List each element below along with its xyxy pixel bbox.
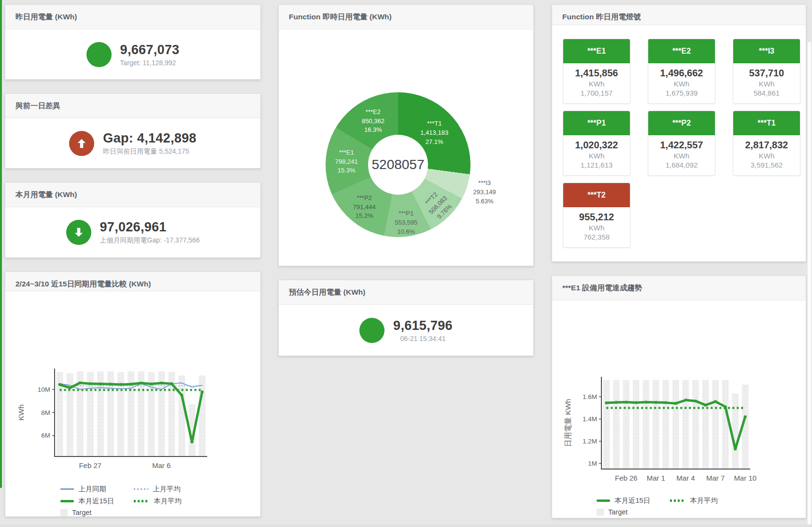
panel-month-usage: 本月用電量 (KWh) 97,026,961 上個月同期用電Gap: -17,3… [5, 182, 261, 258]
legend-row: Target [60, 509, 260, 516]
panel-body: 9,667,073 Target: 11,128,992 [5, 29, 260, 79]
series-point [99, 383, 102, 385]
series-point [704, 404, 707, 407]
series-point [635, 401, 638, 404]
series-point [744, 415, 747, 418]
series-point [109, 383, 112, 385]
series-point [605, 401, 608, 404]
legend-row: 本月近15日本月平均 [60, 497, 260, 506]
device-card-unit: KWh [565, 80, 628, 88]
panel-today-forecast: 預估今日用電量 (KWh) 9,615,796 06-21 15:34:41 [278, 280, 534, 356]
thickdots-swatch-icon [134, 500, 149, 502]
stat-text: 97,026,961 上個月同期用電Gap: -17,377,566 [100, 220, 200, 245]
device-card-body: 1,496,662KWh1,675,939 [648, 63, 715, 103]
panel-body: ***E11,415,856KWh1,700,157***E21,496,662… [552, 25, 806, 261]
panel-body: 9,615,796 06-21 15:34:41 [279, 305, 533, 356]
box-swatch-icon [597, 509, 604, 516]
thickline-swatch-icon [597, 499, 610, 502]
panel-e1-trend-chart: ***E1 設備用電達成趨勢 1M1.2M1.4M1.6MFeb 26Mar 1… [552, 275, 806, 518]
donut-chart[interactable]: 5208057 ***T11,413,18327.1%***I3293,1495… [326, 92, 470, 237]
legend-item-Target[interactable]: Target [60, 509, 134, 516]
target-bar [653, 380, 659, 469]
device-card-unit: KWh [735, 80, 798, 88]
donut-center: 5208057 [368, 135, 428, 195]
device-card-value: 2,817,832 [735, 140, 798, 151]
device-card-target: 1,700,157 [565, 89, 628, 97]
y-tick-label: 10M [38, 386, 50, 393]
stat-text: 9,615,796 06-21 15:34:41 [393, 318, 453, 342]
legend-label: 本月平均 [154, 497, 182, 506]
legend-item-上月同期[interactable]: 上月同期 [60, 484, 134, 494]
legend-item-本月平均[interactable]: 本月平均 [670, 496, 743, 505]
y-tick-label: 1.4M [583, 415, 597, 423]
device-card-body: 1,020,322KWh1,121,613 [563, 135, 630, 175]
series-point [644, 400, 647, 403]
device-card-E1: ***E11,415,856KWh1,700,157 [563, 39, 630, 104]
panel-title: 與前一日差異 [5, 94, 260, 118]
panel-title: 昨日用電量 (KWh) [5, 5, 260, 29]
x-tick-label: Mar 6 [152, 461, 171, 470]
target-bar [663, 380, 670, 469]
legend-item-Target[interactable]: Target [597, 508, 670, 516]
target-bar [633, 380, 640, 469]
device-card-target: 1,121,613 [565, 161, 628, 169]
series-point [69, 386, 71, 389]
legend-item-本月近15日[interactable]: 本月近15日 [597, 496, 670, 505]
legend-item-上月平均[interactable]: 上月平均 [134, 484, 207, 494]
donut-center-value: 5208057 [371, 157, 424, 172]
month-usage-value: 97,026,961 [100, 220, 200, 235]
donut-slice-label: ***P2791,44415.2% [353, 193, 376, 221]
device-card-unit: KWh [565, 152, 628, 160]
day-gap-value: Gap: 4,142,898 [103, 131, 196, 146]
panel-title: Function 即時日用電量 (KWh) [279, 5, 533, 29]
dots-swatch-icon [134, 488, 148, 490]
device-card-value: 1,422,557 [650, 140, 713, 151]
device-card-P1: ***P11,020,322KWh1,121,613 [563, 111, 630, 176]
series-point [79, 381, 82, 384]
target-bar [613, 380, 620, 469]
compare-chart-legend: 上月同期上月平均本月近15日本月平均Target [60, 484, 260, 516]
series-point [674, 402, 677, 405]
target-bar [603, 380, 610, 469]
device-card-header: ***P1 [563, 111, 630, 135]
device-card-value: 1,415,856 [565, 68, 628, 79]
donut-slice-label: ***I3293,1495.63% [473, 179, 496, 206]
compare-line-chart[interactable]: 6M8M10MFeb 27Mar 6KWh [10, 364, 237, 476]
panel-title: ***E1 設備用電達成趨勢 [552, 276, 806, 300]
status-circle-icon [86, 42, 112, 67]
legend-item-本月平均[interactable]: 本月平均 [134, 497, 207, 506]
legend-label: 本月近15日 [614, 496, 650, 505]
line-swatch-icon [60, 488, 74, 490]
device-card-I3: ***I3537,710KWh584,861 [733, 39, 800, 104]
box-swatch-icon [60, 509, 68, 516]
day-gap-sub: 昨日與前日用電量 5,524,175 [103, 147, 196, 156]
device-card-value: 1,496,662 [650, 68, 713, 79]
device-card-header: ***T1 [733, 111, 800, 135]
device-card-body: 1,422,557KWh1,684,092 [648, 135, 715, 175]
device-card-target: 584,861 [735, 89, 798, 97]
series-point [150, 383, 153, 385]
device-card-value: 537,710 [735, 68, 798, 79]
target-bar [732, 394, 739, 469]
series-point [684, 399, 687, 401]
status-circle-icon [359, 318, 385, 343]
panel-body: 5208057 ***T11,413,18327.1%***I3293,1495… [279, 29, 533, 266]
device-card-body: 2,817,832KWh3,591,562 [733, 135, 800, 175]
legend-item-本月近15日[interactable]: 本月近15日 [60, 497, 134, 506]
y-tick-label: 1M [588, 460, 597, 467]
device-card-header: ***T2 [563, 183, 630, 207]
target-bar [178, 375, 185, 456]
panel-body: Gap: 4,142,898 昨日與前日用電量 5,524,175 [5, 118, 260, 168]
panel-realtime-donut: Function 即時日用電量 (KWh) 5208057 ***T11,413… [278, 4, 534, 266]
down-arrow-icon [66, 220, 91, 245]
trend-chart-legend: 本月近15日本月平均Target [597, 496, 806, 516]
device-card-target: 1,675,939 [650, 89, 713, 97]
target-bar [712, 380, 719, 469]
series-point [89, 382, 92, 385]
e1-trend-line-chart[interactable]: 1M1.2M1.4M1.6MFeb 26Mar 1Mar 4Mar 7Mar 1… [557, 372, 784, 488]
legend-label: 本月平均 [690, 496, 718, 505]
target-bar [702, 380, 709, 469]
scrollbar[interactable] [807, 42, 812, 526]
series-point [734, 448, 737, 451]
legend-label: 上月同期 [78, 484, 106, 494]
